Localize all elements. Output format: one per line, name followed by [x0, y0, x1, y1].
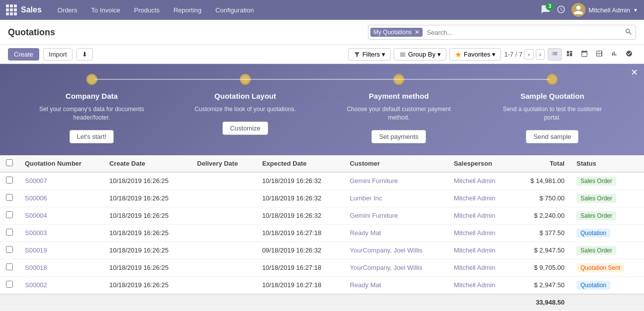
- row-customer-2[interactable]: Gemini Furniture: [344, 207, 447, 224]
- row-salesperson-1[interactable]: Mitchell Admin: [448, 189, 514, 207]
- clock-icon[interactable]: [557, 5, 566, 15]
- col-status[interactable]: Status: [571, 155, 644, 172]
- row-customer-5[interactable]: YourCompany, Joel Willis: [344, 259, 447, 276]
- row-number-6[interactable]: S00002: [19, 276, 103, 294]
- pivot-view-button[interactable]: [592, 48, 606, 61]
- calendar-view-button[interactable]: [577, 48, 591, 61]
- import-button[interactable]: Import: [43, 48, 72, 61]
- nav-to-invoice[interactable]: To Invoice: [85, 3, 127, 17]
- row-checkbox-3[interactable]: [6, 229, 13, 236]
- step-3-button[interactable]: Set payments: [371, 130, 426, 143]
- app-title: Sales: [21, 5, 42, 14]
- close-banner-button[interactable]: ✕: [631, 68, 638, 77]
- next-page-button[interactable]: ›: [536, 49, 545, 60]
- filters-button[interactable]: Filters ▾: [348, 48, 391, 61]
- col-total[interactable]: Total: [514, 155, 571, 172]
- favorites-button[interactable]: Favorites ▾: [449, 48, 501, 61]
- row-number-0[interactable]: S00007: [19, 172, 103, 190]
- row-checkbox-1[interactable]: [6, 194, 13, 201]
- step-4-button[interactable]: Send sample: [526, 130, 578, 143]
- row-checkbox-cell[interactable]: [0, 189, 19, 207]
- row-expected-date-5: 10/18/2019 16:27:18: [256, 259, 344, 276]
- row-customer-4[interactable]: YourCompany, Joel Willis: [344, 242, 447, 259]
- graph-view-button[interactable]: [607, 48, 621, 61]
- step-1-button[interactable]: Let's start!: [70, 130, 114, 143]
- step-2-button[interactable]: Customize: [222, 122, 268, 135]
- favorites-label: Favorites: [464, 51, 490, 58]
- row-checkbox-0[interactable]: [6, 177, 13, 184]
- row-checkbox-cell[interactable]: [0, 207, 19, 224]
- onboarding-banner: ✕ Company Data Set your company's data f…: [0, 64, 644, 155]
- row-salesperson-2[interactable]: Mitchell Admin: [448, 207, 514, 224]
- activity-view-button[interactable]: [622, 48, 636, 61]
- search-input[interactable]: [425, 28, 622, 37]
- row-total-4: $ 2,947.50: [514, 242, 571, 259]
- step-2-title: Quotation Layout: [215, 92, 276, 100]
- row-salesperson-0[interactable]: Mitchell Admin: [448, 172, 514, 190]
- groupby-button[interactable]: Group By ▾: [394, 48, 446, 61]
- col-customer[interactable]: Customer: [344, 155, 447, 172]
- chat-badge-count: 3: [546, 2, 554, 10]
- filter-tag-my-quotations: My Quotations ✕: [370, 28, 423, 37]
- row-expected-date-0: 10/18/2019 16:26:32: [256, 172, 344, 190]
- search-icon[interactable]: [622, 28, 636, 37]
- row-salesperson-6[interactable]: Mitchell Admin: [448, 276, 514, 294]
- row-number-2[interactable]: S00004: [19, 207, 103, 224]
- row-number-1[interactable]: S00006: [19, 189, 103, 207]
- row-customer-3[interactable]: Ready Mat: [344, 224, 447, 242]
- row-salesperson-5[interactable]: Mitchell Admin: [448, 259, 514, 276]
- row-number-3[interactable]: S00003: [19, 224, 103, 242]
- row-checkbox-cell[interactable]: [0, 242, 19, 259]
- view-icons: [548, 48, 636, 61]
- app-logo[interactable]: Sales: [6, 4, 42, 15]
- row-create-date-6: 10/18/2019 16:26:25: [103, 276, 191, 294]
- download-button[interactable]: ⬇: [76, 48, 93, 61]
- row-customer-0[interactable]: Gemini Furniture: [344, 172, 447, 190]
- row-customer-1[interactable]: Lumber Inc: [344, 189, 447, 207]
- col-create-date[interactable]: Create Date: [103, 155, 191, 172]
- grand-total-value: 33,948.50: [514, 294, 571, 310]
- total-empty-cell: [571, 294, 644, 310]
- row-checkbox-6[interactable]: [6, 281, 13, 288]
- row-checkbox-cell[interactable]: [0, 224, 19, 242]
- row-delivery-date-3: [191, 224, 256, 242]
- nav-reporting[interactable]: Reporting: [167, 3, 207, 17]
- nav-orders[interactable]: Orders: [52, 3, 83, 17]
- row-checkbox-cell[interactable]: [0, 172, 19, 190]
- row-salesperson-4[interactable]: Mitchell Admin: [448, 242, 514, 259]
- filter-tag-close[interactable]: ✕: [415, 29, 420, 36]
- row-checkbox-cell[interactable]: [0, 276, 19, 294]
- step-4-title: Sample Quotation: [520, 92, 584, 100]
- groupby-dropdown-icon: ▾: [437, 51, 441, 58]
- row-number-4[interactable]: S00019: [19, 242, 103, 259]
- status-badge-0: Sales Order: [576, 177, 616, 186]
- row-number-5[interactable]: S00018: [19, 259, 103, 276]
- row-total-3: $ 377.50: [514, 224, 571, 242]
- kanban-view-button[interactable]: [563, 48, 576, 61]
- user-menu[interactable]: Mitchell Admin ▼: [572, 3, 638, 17]
- row-salesperson-3[interactable]: Mitchell Admin: [448, 224, 514, 242]
- row-checkbox-4[interactable]: [6, 246, 13, 253]
- col-delivery-date[interactable]: Delivery Date: [191, 155, 256, 172]
- step-3-desc: Choose your default customer payment met…: [344, 105, 453, 122]
- col-quotation-number[interactable]: Quotation Number: [19, 155, 103, 172]
- row-checkbox-cell[interactable]: [0, 259, 19, 276]
- col-expected-date[interactable]: Expected Date: [256, 155, 344, 172]
- col-salesperson[interactable]: Salesperson: [448, 155, 514, 172]
- nav-configuration[interactable]: Configuration: [210, 3, 260, 17]
- prev-page-button[interactable]: ‹: [524, 49, 533, 60]
- status-badge-6: Quotation: [576, 281, 610, 290]
- chat-button[interactable]: 3: [541, 4, 551, 16]
- list-view-button[interactable]: [548, 48, 562, 61]
- pagination-text: 1-7 / 7: [504, 51, 522, 58]
- row-total-5: $ 9,705.00: [514, 259, 571, 276]
- select-all-header[interactable]: [0, 155, 19, 172]
- row-customer-6[interactable]: Ready Mat: [344, 276, 447, 294]
- row-total-2: $ 2,240.00: [514, 207, 571, 224]
- row-checkbox-5[interactable]: [6, 263, 13, 270]
- create-button[interactable]: Create: [8, 48, 39, 61]
- nav-products[interactable]: Products: [128, 3, 165, 17]
- select-all-checkbox[interactable]: [6, 159, 13, 166]
- row-checkbox-2[interactable]: [6, 211, 13, 218]
- row-create-date-0: 10/18/2019 16:26:25: [103, 172, 191, 190]
